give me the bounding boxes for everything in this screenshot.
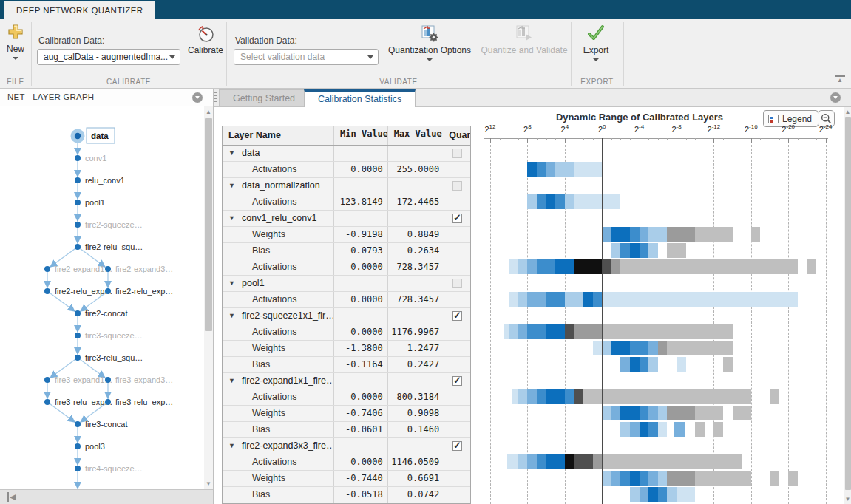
table-row[interactable]: Activations0.0000728.3457: [223, 259, 470, 276]
min-value-cell: [334, 308, 388, 324]
column-header-quantize[interactable]: Quant: [444, 126, 470, 145]
quantize-checkbox[interactable]: [452, 214, 462, 223]
graph-node-pool3[interactable]: pool3: [75, 442, 105, 451]
collapse-ribbon-icon[interactable]: ▲: [835, 75, 845, 84]
column-header-layer-name[interactable]: Layer Name: [223, 126, 334, 145]
table-row[interactable]: Weights-0.74400.6691: [223, 471, 470, 487]
graph-vertical-scrollbar[interactable]: ▲ ▼: [204, 106, 213, 489]
document-menu-icon[interactable]: [830, 92, 841, 103]
table-row[interactable]: Bias-0.05180.0742: [223, 487, 470, 503]
graph-node-fire3-expand3-[interactable]: fire3-expand3…: [105, 375, 173, 384]
scroll-down-icon[interactable]: ▼: [204, 480, 213, 487]
gridline: [788, 145, 789, 504]
column-header-max-value[interactable]: Max Value: [388, 126, 445, 145]
table-row[interactable]: Activations0.00001176.9967: [223, 324, 470, 341]
graph-node-fire4-squeeze-[interactable]: fire4-squeeze…: [75, 464, 143, 473]
scroll-down-icon[interactable]: ▼: [844, 496, 851, 503]
column-header-min-value[interactable]: Min Value: [334, 126, 388, 145]
export-button[interactable]: Export: [575, 24, 617, 61]
graph-node-fire2-relu-squ-[interactable]: fire2-relu_squ…: [75, 242, 143, 251]
range-bar-segment: [574, 324, 602, 339]
range-bar-segment: [518, 292, 528, 307]
tab-getting-started[interactable]: Getting Started: [219, 89, 309, 107]
calibrate-button[interactable]: Calibrate: [185, 24, 226, 55]
table-row[interactable]: Bias-0.11640.2427: [223, 357, 470, 373]
calibration-data-combo[interactable]: aug_calData - augmentedIma...: [37, 49, 180, 65]
graph-node-fire3-expand1-[interactable]: fire3-expand1…: [44, 375, 112, 384]
table-row[interactable]: Activations0.0000728.3457: [223, 292, 470, 308]
graph-node-fire3-relu-exp-[interactable]: fire3-relu_exp…: [105, 398, 173, 406]
table-row[interactable]: Activations0.0000255.0000: [223, 162, 470, 178]
graph-node-fire2-relu-exp-[interactable]: fire2-relu_exp…: [105, 287, 173, 296]
row-expander-icon[interactable]: ▼: [228, 178, 242, 194]
range-bar-segment: [546, 389, 565, 404]
table-row[interactable]: Weights-1.38001.2477: [223, 341, 470, 357]
row-expander-icon[interactable]: ▼: [228, 438, 242, 454]
scroll-up-icon[interactable]: ▲: [844, 109, 851, 115]
axis-tick: [695, 138, 696, 140]
quantize-checkbox[interactable]: [452, 441, 462, 451]
panel-menu-icon[interactable]: [192, 92, 203, 103]
table-row[interactable]: Weights-0.91980.8849: [223, 227, 470, 243]
table-row[interactable]: Weights-0.74060.9098: [223, 406, 470, 422]
quantization-options-button[interactable]: Quantization Options: [384, 24, 475, 61]
table-row[interactable]: Activations0.0000800.3184: [223, 389, 470, 406]
range-bar-segment: [667, 471, 695, 486]
graph-node-fire2-expand3-[interactable]: fire2-expand3…: [105, 265, 173, 273]
quantize-checkbox: [452, 279, 462, 288]
table-row[interactable]: Bias-0.06010.1460: [223, 422, 470, 438]
row-expander-icon[interactable]: ▼: [228, 308, 242, 324]
export-dropdown-arrow-icon[interactable]: [593, 58, 599, 61]
row-expander-icon[interactable]: ▼: [228, 276, 242, 291]
ribbon-tab-deep-network-quantizer[interactable]: DEEP NETWORK QUANTIZER: [4, 1, 155, 19]
dynamic-range-chart[interactable]: 2122824202-42-82-122-162-202-24: [477, 107, 844, 504]
table-row[interactable]: Bias-0.07930.2634: [223, 243, 470, 259]
table-row[interactable]: Activations-123.8149172.4465: [223, 194, 470, 211]
row-expander-icon[interactable]: ▼: [228, 211, 242, 226]
axis-tick: [620, 138, 621, 140]
table-row[interactable]: ▼fire2-expand1x1_fire…: [223, 373, 470, 389]
graph-node-fire3-squeeze-[interactable]: fire3-squeeze…: [75, 331, 143, 340]
graph-node-conv1[interactable]: conv1: [75, 154, 106, 163]
table-row[interactable]: ▼data_normalization: [223, 178, 470, 194]
max-value-cell: 0.2427: [388, 357, 445, 372]
chart-vertical-scrollbar[interactable]: ▲ ▼: [844, 107, 851, 504]
splitter-grip[interactable]: [214, 92, 217, 103]
table-row[interactable]: ▼fire2-expand3x3_fire…: [223, 438, 470, 454]
new-plus-icon: [7, 24, 24, 41]
network-layer-graph[interactable]: dataconv1relu_conv1pool1fire2-squeeze…fi…: [0, 106, 204, 489]
table-row[interactable]: ▼conv1_relu_conv1: [223, 211, 470, 227]
tab-calibration-statistics[interactable]: Calibration Statistics: [304, 89, 416, 107]
scrollbar-thumb[interactable]: [205, 118, 212, 331]
range-bar-segment: [677, 357, 686, 372]
row-expander-icon[interactable]: ▼: [228, 373, 242, 389]
graph-node-fire2-expand1-[interactable]: fire2-expand1…: [44, 265, 112, 273]
scrollbar-thumb[interactable]: [845, 117, 851, 490]
table-row[interactable]: ▼data: [223, 146, 470, 162]
graph-node-fire3-relu-exp-[interactable]: fire3-relu_exp…: [44, 398, 112, 406]
quantize-checkbox[interactable]: [452, 311, 462, 321]
row-expander-icon[interactable]: ▼: [228, 146, 242, 161]
graph-horizontal-scrollbar[interactable]: ◀: [0, 489, 213, 504]
graph-node-fire2-squeeze-[interactable]: fire2-squeeze…: [75, 220, 143, 229]
calibration-data-label: Calibration Data:: [38, 35, 104, 46]
graph-node-relu-conv1[interactable]: relu_conv1: [75, 176, 125, 185]
scroll-up-icon[interactable]: ▲: [204, 109, 213, 115]
svg-text:conv1: conv1: [85, 154, 106, 163]
graph-node-fire2-relu-exp-[interactable]: fire2-relu_exp…: [44, 287, 112, 296]
validation-data-combo[interactable]: Select validation data: [234, 49, 379, 65]
graph-node-pool1[interactable]: pool1: [75, 198, 105, 207]
ribbon-tab-strip: DEEP NETWORK QUANTIZER: [0, 0, 851, 19]
table-row[interactable]: ▼pool1: [223, 276, 470, 292]
range-bar-segment: [630, 341, 648, 355]
new-dropdown-arrow-icon[interactable]: [13, 57, 18, 60]
collapse-panel-icon[interactable]: ◀: [7, 492, 16, 502]
graph-node-fire3-relu-squ-[interactable]: fire3-relu_squ…: [75, 353, 143, 362]
quantization-options-dropdown-arrow-icon[interactable]: [427, 58, 433, 61]
new-button[interactable]: New: [1, 24, 30, 60]
tensor-name-label: Activations: [228, 392, 296, 402]
table-row[interactable]: ▼fire2-squeeze1x1_fir…: [223, 308, 470, 324]
table-row[interactable]: Activations0.00001146.0509: [223, 454, 470, 471]
graph-node-data[interactable]: data: [71, 128, 115, 143]
quantize-checkbox[interactable]: [452, 376, 462, 386]
